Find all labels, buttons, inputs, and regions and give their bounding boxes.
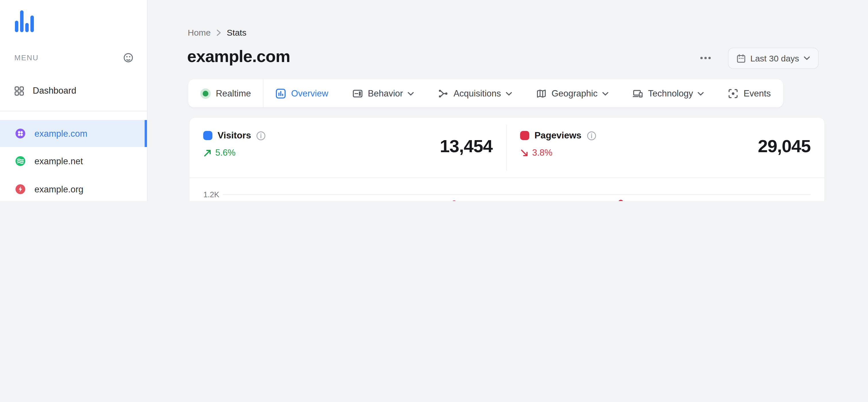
stat-label: Visitors (218, 130, 251, 141)
stat-pageviews: Pageviews (506, 118, 825, 178)
calendar-icon (737, 54, 746, 63)
stat-change-value: 5.6% (215, 148, 236, 158)
tab-label: Acquisitions (454, 88, 501, 98)
sidebar: MENU (0, 0, 148, 201)
tab-label: Behavior (368, 88, 403, 98)
stat-visitors: Visitors (189, 118, 506, 178)
breadcrumb: Home Stats (188, 28, 246, 37)
site-bolt-icon (16, 184, 25, 194)
site-name: example.com (34, 128, 87, 139)
sidebar-item-dashboard[interactable]: Dashboard (0, 78, 147, 103)
branch-route-icon (438, 88, 448, 98)
tab-label: Events (744, 88, 771, 98)
sidebar-item-label: Dashboard (33, 86, 76, 96)
tab-acquisitions[interactable]: Acquisitions (426, 79, 524, 107)
view-tabs: Realtime Overview Beha (188, 79, 783, 107)
stat-change-down: 3.8% (520, 148, 553, 158)
dashboard-grid-icon (14, 86, 24, 96)
date-range-label: Last 30 days (750, 53, 799, 63)
tab-geographic[interactable]: Geographic (524, 79, 620, 107)
info-icon[interactable] (256, 131, 266, 141)
tab-behavior[interactable]: Behavior (340, 79, 426, 107)
trend-down-icon (520, 149, 529, 157)
site-waves-icon (16, 156, 25, 166)
chevron-down-icon (408, 92, 414, 96)
tab-label: Geographic (551, 88, 597, 98)
stat-change-value: 3.8% (532, 148, 553, 158)
chevron-down-icon (505, 92, 512, 96)
page-title: example.com (187, 47, 290, 66)
map-icon (536, 88, 546, 98)
sidebar-site-example-org[interactable]: example.org (0, 176, 147, 201)
analytics-dashboard: MENU (0, 0, 868, 201)
chevron-right-icon (216, 29, 221, 36)
tab-events[interactable]: Events (716, 79, 783, 107)
bar-chart-square-icon (276, 88, 286, 98)
overview-card: Visitors (189, 118, 825, 201)
tab-technology[interactable]: Technology (621, 79, 716, 107)
chevron-down-icon (698, 92, 704, 96)
menu-heading: MENU (14, 53, 39, 62)
date-range-button[interactable]: Last 30 days (728, 48, 818, 69)
traffic-chart: 02004006008001K1.2K May 12May 15May 18Ma… (189, 178, 825, 201)
tab-overview[interactable]: Overview (264, 79, 340, 107)
sidebar-site-example-net[interactable]: example.net (0, 148, 147, 175)
site-name: example.org (34, 184, 84, 194)
more-options-button[interactable] (701, 53, 716, 63)
visitors-swatch (203, 131, 212, 140)
app-logo-icon[interactable] (14, 9, 37, 32)
account-icon[interactable] (123, 53, 133, 63)
tab-realtime[interactable]: Realtime (188, 79, 263, 107)
site-clover-icon (16, 129, 25, 138)
sidebar-divider (0, 111, 147, 112)
site-name: example.net (34, 156, 83, 166)
visitors-value: 13,454 (440, 136, 493, 157)
breadcrumb-home[interactable]: Home (188, 28, 211, 37)
pageviews-swatch (520, 131, 529, 140)
sidebar-site-example-com[interactable]: example.com (0, 120, 147, 147)
breadcrumb-current[interactable]: Stats (227, 28, 246, 37)
pageviews-value: 29,045 (758, 136, 811, 157)
realtime-dot-icon (200, 88, 211, 98)
layout-panel-icon (352, 88, 363, 98)
trend-up-icon (203, 149, 212, 157)
tab-label: Overview (291, 88, 328, 98)
stat-change-up: 5.6% (203, 148, 236, 158)
chevron-down-icon (602, 92, 609, 96)
info-icon[interactable] (587, 131, 596, 141)
chevron-down-icon (804, 56, 810, 60)
tab-label: Realtime (216, 88, 251, 98)
stat-label: Pageviews (534, 130, 582, 141)
tab-label: Technology (648, 88, 693, 98)
svg-text:1.2K: 1.2K (203, 190, 219, 199)
devices-icon (632, 88, 643, 98)
scan-target-icon (728, 88, 739, 98)
